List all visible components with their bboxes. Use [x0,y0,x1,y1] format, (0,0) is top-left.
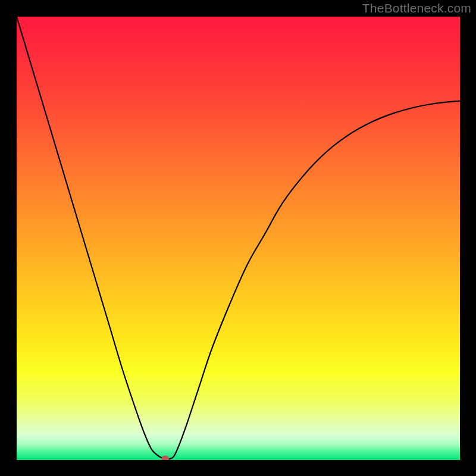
chart-container: TheBottleneck.com [0,0,476,476]
plot-area [17,17,460,460]
plot-svg [17,17,460,460]
watermark-text: TheBottleneck.com [362,1,471,15]
